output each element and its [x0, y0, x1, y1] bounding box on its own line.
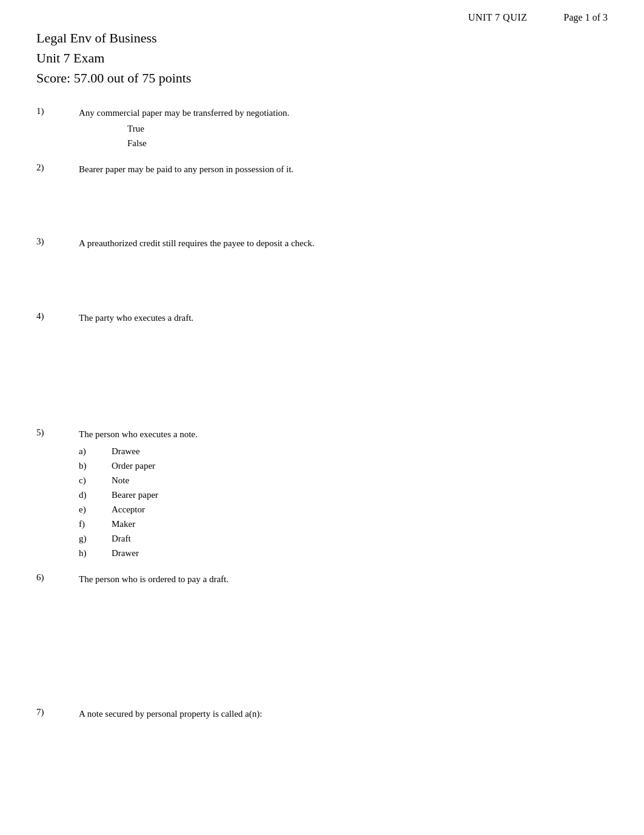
question-1-content: Any commercial paper may be transferred …: [79, 106, 608, 150]
question-2-content: Bearer paper may be paid to any person i…: [79, 163, 608, 176]
option-5c: c) Note: [79, 473, 608, 488]
question-5-content: The person who executes a note. a) Drawe…: [79, 428, 608, 560]
question-6-content: The person who is ordered to pay a draft…: [79, 572, 608, 586]
option-5h: h) Drawer: [79, 546, 608, 560]
unit-quiz-label: UNIT 7 QUIZ: [468, 12, 528, 23]
spacer-6: [36, 592, 608, 701]
question-4: 4) The party who executes a draft.: [36, 305, 608, 331]
option-5f: f) Maker: [79, 517, 608, 531]
question-5-number: 5): [36, 428, 79, 560]
spacer-2: [36, 182, 608, 230]
question-4-content: The party who executes a draft.: [79, 311, 608, 325]
question-4-text: The party who executes a draft.: [79, 313, 193, 323]
question-6-text: The person who is ordered to pay a draft…: [79, 574, 229, 584]
question-3-text: A preauthorized credit still requires th…: [79, 238, 315, 248]
tf-option-true: True: [127, 121, 608, 136]
question-1-tf-options: True False: [79, 121, 608, 150]
question-7-number: 7): [36, 707, 79, 721]
questions-list: 1) Any commercial paper may be transferr…: [36, 100, 608, 727]
doc-line3: Score: 57.00 out of 75 points: [36, 70, 191, 86]
option-5a: a) Drawee: [79, 444, 608, 458]
option-5b: b) Order paper: [79, 458, 608, 473]
question-2-text: Bearer paper may be paid to any person i…: [79, 164, 293, 174]
question-5: 5) The person who executes a note. a) Dr…: [36, 421, 608, 566]
option-5d: d) Bearer paper: [79, 488, 608, 502]
question-3-number: 3): [36, 236, 79, 250]
page-info: Page 1 of 3: [564, 12, 608, 23]
question-5-options: a) Drawee b) Order paper c) Note d) Bear…: [79, 444, 608, 560]
question-2-number: 2): [36, 163, 79, 176]
question-7-content: A note secured by personal property is c…: [79, 707, 608, 721]
tf-option-false: False: [127, 136, 608, 150]
question-2: 2) Bearer paper may be paid to any perso…: [36, 156, 608, 183]
question-6: 6) The person who is ordered to pay a dr…: [36, 566, 608, 592]
question-3: 3) A preauthorized credit still requires…: [36, 230, 608, 257]
question-7: 7) A note secured by personal property i…: [36, 701, 608, 727]
spacer-4: [36, 330, 608, 421]
option-5g: g) Draft: [79, 531, 608, 546]
doc-line2: Unit 7 Exam: [36, 50, 104, 65]
spacer-3: [36, 257, 608, 305]
question-1-text: Any commercial paper may be transferred …: [79, 108, 289, 118]
question-1: 1) Any commercial paper may be transferr…: [36, 100, 608, 156]
question-5-text: The person who executes a note.: [79, 429, 198, 439]
question-7-text: A note secured by personal property is c…: [79, 709, 262, 719]
question-4-number: 4): [36, 311, 79, 325]
document-header: Legal Env of Business Unit 7 Exam Score:…: [36, 28, 608, 88]
question-1-number: 1): [36, 106, 79, 150]
question-6-number: 6): [36, 572, 79, 586]
question-3-content: A preauthorized credit still requires th…: [79, 236, 608, 250]
doc-line1: Legal Env of Business: [36, 30, 157, 45]
option-5e: e) Acceptor: [79, 502, 608, 517]
